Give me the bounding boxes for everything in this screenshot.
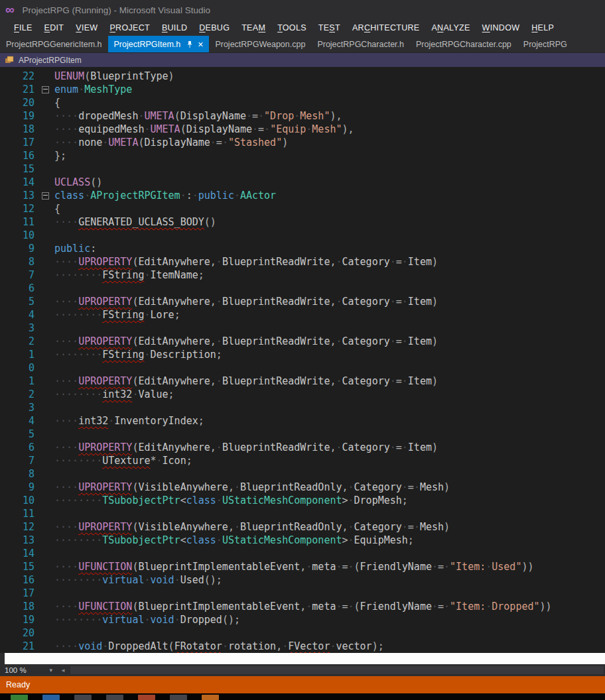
line-number[interactable]: 0 [0,361,37,375]
menu-item-analyze[interactable]: ANALYZE [425,21,476,34]
close-icon[interactable]: × [198,40,203,49]
code-line[interactable]: 15····UFUNCTION(BlueprintImplementableEv… [0,560,605,573]
code-line[interactable]: 9public: [0,242,605,255]
taskbar-icon[interactable] [11,695,28,700]
menu-item-build[interactable]: BUILD [156,21,193,34]
line-number[interactable]: 4 [0,414,37,428]
line-number[interactable]: 9 [0,242,37,255]
code-line[interactable]: 11 [0,507,605,520]
line-number[interactable]: 11 [0,215,37,229]
menu-item-window[interactable]: WINDOW [476,21,526,34]
code-line[interactable]: 11····GENERATED_UCLASS_BODY() [0,215,605,229]
line-number[interactable]: 20 [0,626,37,640]
code-line[interactable]: 6 [0,282,605,295]
horizontal-scrollbar[interactable] [70,666,604,674]
taskbar-icon[interactable] [202,695,219,700]
menu-item-project[interactable]: PROJECT [103,21,155,34]
menu-item-help[interactable]: HELP [525,21,560,34]
code-line[interactable]: 16········virtual·void·Used(); [0,573,605,587]
code-line[interactable]: 3 [0,321,605,335]
code-line[interactable]: 16}; [0,149,605,162]
line-number[interactable]: 4 [0,308,37,321]
code-line[interactable]: 7········FString·ItemName; [0,268,605,282]
code-line[interactable]: 4····int32·InventoryIndex; [0,414,605,428]
code-line[interactable]: 2········int32·Value; [0,388,605,401]
zoom-control[interactable]: 100 % ▾ [0,664,57,676]
tab-projectrpgweapon.cpp[interactable]: ProjectRPGWeapon.cpp [209,36,311,52]
code-line[interactable]: 5····UPROPERTY(EditAnywhere,·BlueprintRe… [0,295,605,308]
code-line[interactable]: 18····equipedMesh·UMETA(DisplayName·=·"E… [0,123,605,136]
line-number[interactable]: 16 [0,573,37,587]
line-number[interactable]: 21 [0,640,37,653]
line-number[interactable]: 21 [0,83,37,96]
code-line[interactable]: 13········TSubobjectPtr<class·UStaticMes… [0,534,605,547]
code-line[interactable]: 12····UPROPERTY(VisibleAnywhere,·Bluepri… [0,520,605,534]
line-number[interactable]: 20 [0,96,37,109]
line-number[interactable]: 13 [0,534,37,547]
menu-item-tools[interactable]: TOOLS [271,21,312,34]
code-line[interactable]: 3 [0,401,605,414]
line-number[interactable]: 12 [0,520,37,534]
line-number[interactable]: 5 [0,428,37,441]
line-number[interactable]: 8 [0,255,37,268]
code-line[interactable]: 1········FString·Description; [0,348,605,361]
line-number[interactable]: 17 [0,136,37,149]
taskbar-icon[interactable] [42,695,60,700]
code-line[interactable]: 20 [0,626,605,640]
code-line[interactable]: 9····UPROPERTY(VisibleAnywhere,·Blueprin… [0,481,605,494]
code-line[interactable]: 10········TSubobjectPtr<class·UStaticMes… [0,494,605,507]
line-number[interactable]: 14 [0,176,37,189]
line-number[interactable]: 22 [0,70,37,83]
line-number[interactable]: 11 [0,507,37,520]
tab-projectrpgitem.h[interactable]: ProjectRPGItem.h× [108,36,210,52]
line-number[interactable]: 3 [0,321,37,335]
menu-item-architecture[interactable]: ARCHITECTURE [346,21,426,34]
code-line[interactable]: 14UCLASS() [0,176,605,189]
code-line[interactable]: 10 [0,229,605,242]
line-number[interactable]: 1 [0,348,37,361]
line-number[interactable]: 8 [0,467,37,481]
line-number[interactable]: 2 [0,388,37,401]
code-line[interactable]: 19········virtual·void·Dropped(); [0,613,605,626]
line-number[interactable]: 3 [0,401,37,414]
taskbar-icon[interactable] [170,695,187,700]
line-number[interactable]: 12 [0,202,37,215]
line-number[interactable]: 18 [0,600,37,613]
code-area[interactable]: 22UENUM(BlueprintType)21enum·MeshType20{… [0,67,605,653]
code-line[interactable]: 6····UPROPERTY(EditAnywhere,·BlueprintRe… [0,441,605,454]
line-number[interactable]: 10 [0,494,37,507]
taskbar-icon[interactable] [138,695,155,700]
line-number[interactable]: 9 [0,481,37,494]
line-number[interactable]: 14 [0,547,37,560]
menu-item-edit[interactable]: EDIT [38,21,70,34]
windows-taskbar[interactable] [0,693,605,700]
code-line[interactable]: 5 [0,428,605,441]
code-line[interactable]: 21····void·DroppedAlt(FRotator·rotation,… [0,640,605,653]
code-line[interactable]: 8 [0,467,605,481]
menu-item-view[interactable]: VIEW [70,21,103,34]
code-line[interactable]: 19····dropedMesh·UMETA(DisplayName·=·"Dr… [0,109,605,123]
tab-projectrpgcharacter.cpp[interactable]: ProjectRPGCharacter.cpp [410,36,517,52]
menu-item-file[interactable]: FILE [8,21,38,34]
line-number[interactable]: 7 [0,454,37,467]
tab-projectrpg[interactable]: ProjectRPG [517,36,573,52]
fold-collapse-icon[interactable] [42,86,49,93]
fold-collapse-icon[interactable] [42,192,49,200]
code-line[interactable]: 17····none·UMETA(DisplayName·=·"Stashed"… [0,136,605,149]
code-line[interactable]: 21enum·MeshType [0,83,605,96]
code-line[interactable]: 0 [0,361,605,375]
line-number[interactable]: 15 [0,162,37,176]
line-number[interactable]: 19 [0,109,37,123]
taskbar-icon[interactable] [106,695,123,700]
menu-item-test[interactable]: TEST [312,21,346,34]
taskbar-icon[interactable] [74,695,92,700]
line-number[interactable]: 6 [0,282,37,295]
tab-projectrpggenericitem.h[interactable]: ProjectRPGGenericItem.h [0,36,108,52]
navbar-scope-dropdown[interactable]: AProjectRPGItem [19,56,82,65]
line-number[interactable]: 18 [0,123,37,136]
code-line[interactable]: 18····UFUNCTION(BlueprintImplementableEv… [0,600,605,613]
code-line[interactable]: 2····UPROPERTY(EditAnywhere,·BlueprintRe… [0,335,605,348]
line-number[interactable]: 7 [0,268,37,282]
line-number[interactable]: 16 [0,149,37,162]
menu-item-debug[interactable]: DEBUG [193,21,235,34]
